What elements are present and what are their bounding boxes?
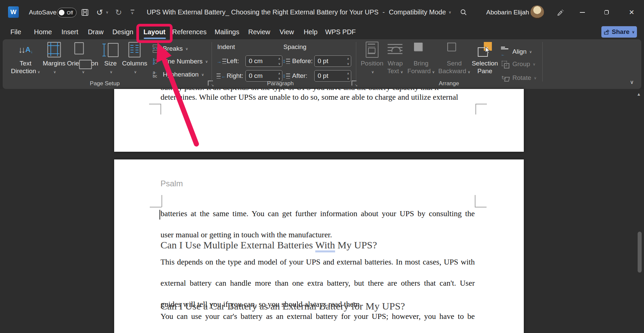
restore-button[interactable] — [600, 0, 613, 25]
minimize-button[interactable] — [576, 0, 589, 25]
editor-pen-button[interactable] — [553, 0, 567, 25]
undo-dropdown[interactable]: ∨ — [105, 0, 109, 25]
autosave-toggle[interactable]: Off — [57, 8, 77, 17]
breaks-button[interactable]: Breaks∨ — [153, 45, 188, 53]
undo-icon: ↺ — [96, 8, 103, 16]
selection-pane-button[interactable]: Selection Pane — [472, 41, 498, 75]
document-page-2[interactable]: Psalm batteries at the same time. You ca… — [114, 159, 524, 333]
tab-wps-pdf[interactable]: WPS PDF — [325, 25, 356, 39]
title-name: UPS With External Battery_ Choosing the … — [147, 8, 378, 16]
margin-mark — [162, 195, 162, 207]
tab-design[interactable]: Design — [112, 25, 133, 39]
indent-left-icon: → — [217, 58, 227, 64]
spinner[interactable]: ∧∨ — [278, 71, 280, 81]
margins-button[interactable]: Margins ∨ — [43, 41, 65, 76]
indent-right-input[interactable]: 0 cm ∧∨ — [245, 70, 282, 82]
spacing-after-input[interactable]: 0 pt ∧∨ — [314, 70, 351, 82]
size-icon — [103, 41, 118, 58]
spinner[interactable]: ∧∨ — [347, 71, 349, 81]
position-button: Position ∨ — [361, 41, 383, 76]
compatibility-mode-label[interactable]: Compatibility Mode — [389, 8, 446, 16]
text-direction-button[interactable]: ↓↓ A ↓ Text Direction∨ — [11, 41, 40, 76]
page-setup-dialog-launcher[interactable]: ↘ — [208, 81, 213, 86]
restore-icon — [604, 10, 609, 14]
tab-home[interactable]: Home — [34, 25, 52, 39]
bring-forward-button: Bring Forward∨ — [407, 41, 435, 76]
tab-view[interactable]: View — [280, 25, 294, 39]
tab-layout[interactable]: Layout — [143, 25, 166, 39]
share-button[interactable]: Share ∨ — [601, 26, 637, 38]
document-canvas[interactable]: battery packs. It all depends on the typ… — [0, 89, 644, 333]
align-button[interactable]: ← Align∨ — [501, 46, 532, 57]
position-icon — [361, 41, 383, 58]
tab-draw[interactable]: Draw — [88, 25, 104, 39]
save-button[interactable] — [79, 0, 91, 25]
line-numbers-icon: 1–2– — [153, 58, 160, 65]
tab-file[interactable]: File — [10, 25, 21, 39]
chevron-down-icon: ∨ — [134, 70, 137, 74]
group-separator — [356, 42, 356, 82]
user-name[interactable]: Abobarin Elijah — [486, 0, 529, 25]
page-setup-group-label: Page Setup — [90, 80, 120, 87]
section-heading: Can I Use a Car Battery as an External B… — [160, 300, 405, 312]
spacing-after-label: After: — [292, 72, 314, 80]
text-line: external battery can handle more than on… — [160, 278, 475, 299]
wrap-text-button: Wrap Text∨ — [387, 41, 403, 76]
title-bar: W AutoSave Off ↺ ∨ ↻ ∨ UPS With External… — [0, 0, 644, 25]
close-button[interactable]: × — [624, 0, 639, 25]
qat-bar-icon — [131, 10, 134, 10]
chevron-down-icon: ∨ — [449, 10, 451, 14]
word-window: W AutoSave Off ↺ ∨ ↻ ∨ UPS With External… — [0, 0, 644, 333]
search-button[interactable] — [457, 0, 469, 25]
tab-mailings[interactable]: Mailings — [215, 25, 239, 39]
quick-access-toolbar-button[interactable]: ∨ — [128, 0, 136, 25]
indent-right-row: ← Right: 0 cm ∧∨ — [217, 70, 282, 82]
section-heading: Can I Use Multiple External Batteries Wi… — [160, 239, 377, 251]
group-separator — [542, 42, 543, 82]
indent-left-label: Left: — [227, 57, 245, 65]
spinner[interactable]: ∧∨ — [278, 56, 280, 66]
orientation-button[interactable]: Orientation ∨ — [67, 41, 98, 76]
redo-button[interactable]: ↻ — [113, 0, 124, 25]
text-line: This depends on the type and model of yo… — [160, 257, 475, 278]
spinner[interactable]: ∧∨ — [347, 56, 349, 66]
scrollbar-up-arrow[interactable]: ▲ — [637, 92, 641, 97]
avatar[interactable] — [531, 5, 544, 19]
rotate-button: ↻ Rotate∨ — [501, 74, 537, 82]
text-line: user manual or getting in touch with the… — [160, 230, 475, 240]
active-tab-underline — [144, 38, 166, 39]
columns-button[interactable]: Columns ∨ — [122, 41, 147, 76]
document-page-1[interactable]: battery packs. It all depends on the typ… — [114, 89, 524, 152]
collapse-ribbon-button[interactable]: ∨ — [630, 79, 634, 85]
autosave-label: AutoSave — [29, 0, 56, 25]
hyphenation-button[interactable]: a-bc Hyphenation∨ — [153, 71, 204, 78]
grammar-underlined-word: With — [315, 239, 335, 252]
spacing-before-input[interactable]: 0 pt ∧∨ — [314, 55, 351, 67]
margin-mark — [475, 195, 475, 207]
chevron-down-icon: ∨ — [53, 70, 56, 74]
indent-title: Indent — [217, 43, 235, 51]
line-numbers-button[interactable]: 1–2– Line Numbers∨ — [153, 58, 208, 65]
tab-review[interactable]: Review — [248, 25, 270, 39]
scrollbar-thumb[interactable] — [638, 232, 642, 273]
undo-button[interactable]: ↺ — [95, 0, 105, 25]
size-button[interactable]: Size ∨ — [103, 41, 118, 76]
margin-mark — [150, 207, 162, 207]
chevron-down-icon: ∨ — [468, 70, 470, 74]
indent-left-input[interactable]: 0 cm ∧∨ — [245, 55, 282, 67]
spacing-title: Spacing — [283, 43, 307, 51]
chevron-down-icon: ∨ — [533, 62, 536, 66]
chevron-down-icon: ∨ — [371, 70, 374, 74]
spacing-before-row: ↕ Before: 0 pt ∧∨ — [283, 55, 351, 67]
ribbon-tab-row: File Home Insert Draw Design Layout Refe… — [0, 25, 644, 39]
send-backward-icon — [438, 41, 470, 58]
rotate-icon: ↻ — [501, 74, 510, 82]
group-button: Group∨ — [501, 60, 536, 68]
spacing-after-row: ↕ After: 0 pt ∧∨ — [283, 70, 351, 82]
tab-insert[interactable]: Insert — [61, 25, 78, 39]
paragraph: You can use your car's battery as an ext… — [160, 311, 475, 333]
tab-help[interactable]: Help — [304, 25, 317, 39]
page-header-text: Psalm — [160, 179, 183, 188]
tab-references[interactable]: References — [172, 25, 206, 39]
spacing-before-icon: ↕ — [283, 58, 292, 64]
